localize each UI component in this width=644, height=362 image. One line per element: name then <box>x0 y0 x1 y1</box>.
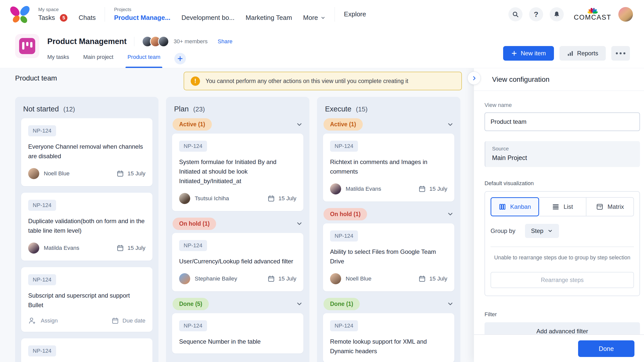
logo-petal <box>12 14 21 24</box>
task-card[interactable]: NP-124 Subscript and superscript and sup… <box>21 267 152 332</box>
status-group-header[interactable]: Done (5) <box>173 298 303 310</box>
project-title: Product Management <box>47 37 127 46</box>
calendar-icon <box>267 195 275 202</box>
share-link[interactable]: Share <box>218 38 232 45</box>
comcast-brand: COMCAST <box>574 7 611 21</box>
avatar <box>179 193 190 204</box>
task-id-badge: NP-124 <box>28 345 56 356</box>
task-card[interactable]: NP-124 "In" and "Not in" operator for <box>21 338 152 362</box>
nav-tasks[interactable]: Tasks 5 <box>38 14 67 22</box>
task-due-date[interactable]: 15 July <box>418 185 447 193</box>
task-card[interactable]: NP-124 Ability to select Files from Goog… <box>323 223 454 291</box>
kanban-column-execute: Execute (15) Active (1) NP-124 Richtext … <box>317 97 460 362</box>
task-assignee[interactable]: Noell Blue <box>330 273 372 284</box>
chevron-down-icon[interactable] <box>447 211 454 218</box>
calendar-icon <box>418 185 426 193</box>
tab-my-tasks[interactable]: My tasks <box>47 54 69 68</box>
nav-project-product-management[interactable]: Product Manage... <box>114 14 170 22</box>
nav-chats[interactable]: Chats <box>78 14 96 22</box>
project-header: Product Management 30+ members Share My … <box>0 28 644 68</box>
status-group-header[interactable]: Active (1) <box>173 118 303 131</box>
task-assignee[interactable]: Noell Blue <box>28 168 70 179</box>
task-assignee[interactable]: Tsutsui Ichiha <box>179 193 229 204</box>
calendar-icon <box>116 244 124 252</box>
task-title: Ability to select Files from Google Team… <box>330 247 447 266</box>
nav-project-marketing-team[interactable]: Marketing Team <box>246 14 292 22</box>
task-assignee[interactable]: Stephanie Bailey <box>179 273 237 284</box>
plus-icon <box>511 50 517 56</box>
task-due-date[interactable]: 15 July <box>267 195 296 202</box>
person-add-icon <box>28 317 36 325</box>
task-assignee[interactable]: Matilda Evans <box>28 243 79 254</box>
logo-petal <box>18 4 31 17</box>
chevron-down-icon[interactable] <box>447 300 454 307</box>
panel-footer: Done <box>474 334 644 362</box>
task-card[interactable]: NP-124 Everyone Channel removal when cha… <box>21 118 152 186</box>
chevron-down-icon[interactable] <box>296 300 303 307</box>
status-pill-done[interactable]: Done (1) <box>324 298 360 310</box>
add-view-button[interactable] <box>174 53 186 64</box>
chevron-down-icon[interactable] <box>296 220 303 227</box>
status-group-header[interactable]: On hold (1) <box>324 208 454 220</box>
kanban-icon <box>499 203 506 211</box>
task-due-date[interactable]: 15 July <box>116 170 145 177</box>
task-due-date[interactable]: 15 July <box>116 244 145 252</box>
view-name-input[interactable] <box>485 112 640 131</box>
group-by-dropdown[interactable]: Step <box>525 224 559 238</box>
user-avatar[interactable] <box>618 7 633 22</box>
wrike-logo[interactable] <box>11 6 29 23</box>
reports-button[interactable]: Reports <box>559 46 606 61</box>
assign-button[interactable]: Assign <box>28 317 58 325</box>
task-due-date[interactable]: 15 July <box>267 275 296 283</box>
status-pill-active[interactable]: Active (1) <box>173 118 212 131</box>
source-label: Source <box>492 146 633 152</box>
task-title: Richtext in comments and Images in comme… <box>330 157 447 176</box>
task-card[interactable]: NP-124 Remote lookup support for XML and… <box>323 313 454 362</box>
done-button[interactable]: Done <box>578 340 634 357</box>
status-group-header[interactable]: Done (1) <box>324 298 454 310</box>
task-id-badge: NP-124 <box>28 274 56 285</box>
tasks-count-badge: 5 <box>60 14 67 22</box>
due-date-button[interactable]: Due date <box>111 317 145 325</box>
status-pill-onhold[interactable]: On hold (1) <box>173 218 216 230</box>
status-group-header[interactable]: Active (1) <box>324 118 454 131</box>
search-icon <box>512 11 519 18</box>
status-pill-onhold[interactable]: On hold (1) <box>324 208 367 220</box>
column-count: (12) <box>63 105 75 113</box>
column-title: Not started <box>23 105 59 113</box>
task-due-date[interactable]: 15 July <box>418 275 447 283</box>
chevron-down-icon[interactable] <box>296 121 303 128</box>
task-assignee[interactable]: Matilda Evans <box>330 183 381 194</box>
task-card[interactable]: NP-124 System formulae for Initiated By … <box>172 134 303 211</box>
avatar <box>179 273 190 284</box>
tab-product-team[interactable]: Product team <box>128 54 160 68</box>
status-group-header[interactable]: On hold (1) <box>173 218 303 230</box>
search-button[interactable] <box>508 7 522 21</box>
viz-option-matrix[interactable]: Matrix <box>586 197 634 216</box>
status-pill-active[interactable]: Active (1) <box>324 118 363 131</box>
viz-option-list[interactable]: List <box>539 197 586 216</box>
task-card[interactable]: NP-124 Sequence Number in the table <box>172 313 303 353</box>
task-id-badge: NP-124 <box>330 230 358 242</box>
divider <box>335 7 335 22</box>
task-card[interactable]: NP-124 Richtext in comments and Images i… <box>323 134 454 202</box>
nav-project-development-board[interactable]: Development bo... <box>181 14 234 22</box>
panel-collapse-button[interactable] <box>467 71 481 85</box>
viz-option-kanban[interactable]: Kanban <box>491 197 539 216</box>
nav-explore[interactable]: Explore <box>344 10 366 18</box>
help-button[interactable]: ? <box>529 7 543 21</box>
rearrange-steps-button[interactable]: Rearrange steps <box>491 272 634 288</box>
task-card[interactable]: NP-124 User/Currency/Lookup field advanc… <box>172 233 303 291</box>
status-pill-done[interactable]: Done (5) <box>173 298 209 310</box>
task-title: Remote lookup support for XML and Dynami… <box>330 337 447 356</box>
tab-main-project[interactable]: Main project <box>83 54 113 68</box>
nav-more-menu[interactable]: More <box>303 14 326 22</box>
notifications-button[interactable] <box>550 7 564 21</box>
logo-petal <box>8 5 21 18</box>
new-item-button[interactable]: New item <box>503 46 554 61</box>
more-options-button[interactable] <box>611 46 630 61</box>
calendar-icon <box>418 275 426 283</box>
task-card[interactable]: NP-124 Duplicate validation(both on form… <box>21 193 152 261</box>
member-avatars[interactable] <box>142 36 169 47</box>
chevron-down-icon[interactable] <box>447 121 454 128</box>
